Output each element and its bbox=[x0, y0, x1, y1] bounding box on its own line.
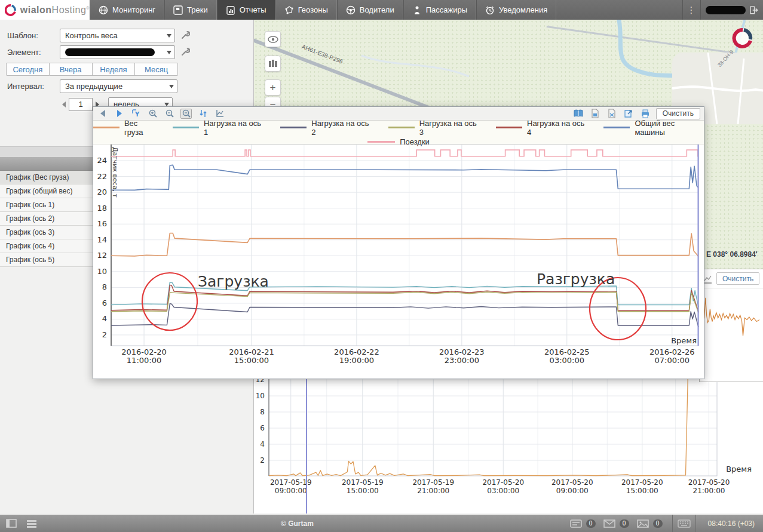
legend-label: Нагрузка на ось 2 bbox=[311, 119, 372, 137]
legend-item[interactable]: Нагрузка на ось 2 bbox=[280, 119, 372, 137]
legend-item[interactable]: Нагрузка на ось 3 bbox=[388, 119, 480, 137]
quick-range-week[interactable]: Неделя bbox=[93, 63, 136, 76]
legend-item[interactable]: Общий вес машины bbox=[603, 119, 704, 137]
weight-chart[interactable]: 246810121416182022242016-02-2011:00:0020… bbox=[93, 144, 704, 380]
side-clear-button[interactable]: Очистить bbox=[716, 272, 759, 285]
media-count-badge: 0 bbox=[653, 519, 663, 528]
map-zoom-in-button[interactable]: + bbox=[265, 79, 281, 96]
quick-range-month[interactable]: Месяц bbox=[135, 63, 178, 76]
statusbar-right: 0 0 0 08:40:16 (+03) bbox=[568, 515, 763, 532]
interval-select[interactable]: За предыдущие bbox=[60, 79, 177, 93]
media-icon[interactable] bbox=[635, 518, 651, 529]
unit-settings-wrench-icon[interactable] bbox=[179, 47, 190, 58]
legend-swatch bbox=[93, 127, 119, 128]
step-back-icon[interactable] bbox=[97, 109, 108, 119]
map-visibility-button[interactable] bbox=[265, 31, 281, 47]
quick-range-today[interactable]: Сегодня bbox=[6, 63, 50, 76]
svg-text:15:00:00: 15:00:00 bbox=[347, 487, 379, 495]
statusbar-divider bbox=[672, 515, 673, 532]
alarm-icon bbox=[485, 5, 495, 15]
template-settings-wrench-icon[interactable] bbox=[179, 30, 190, 41]
svg-text:2017-05-20: 2017-05-20 bbox=[551, 478, 593, 487]
fit-y-axis-icon[interactable]: Y bbox=[130, 109, 142, 119]
wialon-swirl-icon bbox=[5, 4, 17, 17]
toggle-panel-icon[interactable] bbox=[4, 518, 19, 529]
nav-user-area[interactable] bbox=[700, 0, 763, 20]
copyright: © Gurtam bbox=[281, 519, 314, 528]
nav-item-notifications[interactable]: Уведомления bbox=[476, 0, 556, 20]
nav-item-monitoring[interactable]: Мониторинг bbox=[90, 0, 164, 20]
zoom-selection-icon[interactable] bbox=[180, 109, 192, 119]
map-layers-button[interactable] bbox=[265, 56, 281, 72]
svg-text:23:00:00: 23:00:00 bbox=[445, 356, 479, 365]
svg-text:Датчик веса, т: Датчик веса, т bbox=[111, 147, 119, 198]
nav-item-reports[interactable]: Отчеты bbox=[217, 0, 275, 20]
nav-more-button[interactable]: ⋮ bbox=[682, 0, 700, 20]
nav-item-label: Водители bbox=[360, 5, 394, 14]
zoom-out-icon[interactable] bbox=[164, 109, 175, 119]
legend-row-1: Вес грузаНагрузка на ось 1Нагрузка на ос… bbox=[93, 119, 704, 137]
svg-text:16: 16 bbox=[97, 219, 107, 228]
globe-icon bbox=[99, 5, 108, 15]
legend-label: Нагрузка на ось 4 bbox=[527, 119, 588, 137]
nav-item-label: Отчеты bbox=[240, 5, 266, 14]
report-chart[interactable]: 246810122017-05-1909:00:002017-05-1915:0… bbox=[254, 376, 763, 513]
interval-count-input[interactable]: 1 bbox=[69, 98, 93, 111]
statusbar-divider bbox=[695, 515, 696, 532]
svg-text:20: 20 bbox=[97, 187, 107, 196]
svg-text:03:00:00: 03:00:00 bbox=[550, 356, 584, 365]
open-report-icon[interactable] bbox=[572, 109, 584, 119]
wialon-logo: wialonHosting® bbox=[0, 0, 90, 20]
messages-count-badge: 0 bbox=[620, 519, 629, 528]
nav-item-drivers[interactable]: Водители bbox=[337, 0, 403, 20]
export-xls-icon[interactable] bbox=[606, 109, 617, 119]
nav-item-tracks[interactable]: Треки bbox=[164, 0, 217, 20]
chevron-down-icon bbox=[169, 85, 174, 88]
status-bar: © Gurtam 0 0 0 08:40:16 (+03) bbox=[0, 515, 763, 532]
legend-swatch bbox=[173, 127, 199, 128]
svg-text:Время: Время bbox=[726, 465, 752, 473]
chart-clear-button[interactable]: Очистить bbox=[656, 108, 700, 119]
svg-text:09:00:00: 09:00:00 bbox=[556, 487, 589, 495]
export-pdf-icon[interactable] bbox=[589, 109, 600, 119]
keyboard-icon[interactable] bbox=[676, 518, 692, 529]
svg-text:15:00:00: 15:00:00 bbox=[234, 356, 269, 365]
svg-text:8: 8 bbox=[260, 408, 265, 416]
step-forward-icon[interactable] bbox=[114, 109, 125, 119]
legend-label: Вес груза bbox=[124, 119, 157, 137]
svg-text:2017-05-20: 2017-05-20 bbox=[482, 478, 524, 487]
legend-item[interactable]: Вес груза bbox=[93, 119, 157, 137]
messages-icon[interactable] bbox=[602, 518, 617, 529]
svg-text:07:00:00: 07:00:00 bbox=[655, 356, 690, 365]
nav-items: МониторингТрекиОтчетыГеозоныВодителиПасс… bbox=[90, 0, 556, 20]
logout-icon[interactable] bbox=[749, 5, 758, 15]
list-view-icon[interactable] bbox=[24, 518, 39, 529]
legend-item[interactable]: Нагрузка на ось 4 bbox=[496, 119, 588, 137]
svg-text:2017-05-20: 2017-05-20 bbox=[688, 478, 730, 487]
unit-select[interactable] bbox=[60, 45, 175, 59]
nav-item-passengers[interactable]: Пассажиры bbox=[403, 0, 476, 20]
chevron-down-icon bbox=[167, 51, 171, 54]
sms-icon[interactable] bbox=[568, 518, 584, 529]
svg-text:6: 6 bbox=[102, 299, 107, 307]
quick-range-yesterday[interactable]: Вчера bbox=[50, 63, 93, 76]
swap-axes-icon[interactable] bbox=[197, 109, 209, 119]
template-select[interactable]: Контроль веса bbox=[60, 29, 175, 42]
axis-chart-icon[interactable] bbox=[214, 109, 225, 119]
clock: 08:40:16 (+03) bbox=[700, 519, 763, 528]
zoom-in-icon[interactable] bbox=[147, 109, 158, 119]
svg-text:2016-02-23: 2016-02-23 bbox=[439, 348, 485, 356]
svg-text:4: 4 bbox=[260, 440, 265, 448]
decrement-arrow-icon[interactable] bbox=[62, 102, 66, 107]
svg-text:Y: Y bbox=[134, 111, 140, 118]
legend-swatch bbox=[280, 127, 307, 128]
nav-spacer bbox=[556, 0, 682, 20]
legend-item[interactable]: Нагрузка на ось 1 bbox=[173, 119, 265, 137]
legend-label: Общий вес машины bbox=[635, 119, 704, 137]
legend-swatch bbox=[496, 127, 522, 128]
print-icon[interactable] bbox=[639, 109, 651, 119]
nav-item-geofences[interactable]: Геозоны bbox=[275, 0, 337, 20]
copy-report-icon[interactable] bbox=[623, 109, 634, 119]
redacted-unit-name bbox=[65, 48, 155, 56]
wialon-app: АН61-Е38-Р296 38-ОН-9 + − E 038° 06.8984… bbox=[0, 0, 763, 532]
